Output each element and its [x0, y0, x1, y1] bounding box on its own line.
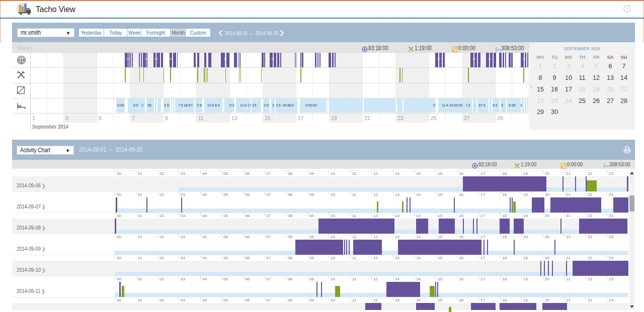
svg-text:?: ? — [626, 7, 628, 12]
